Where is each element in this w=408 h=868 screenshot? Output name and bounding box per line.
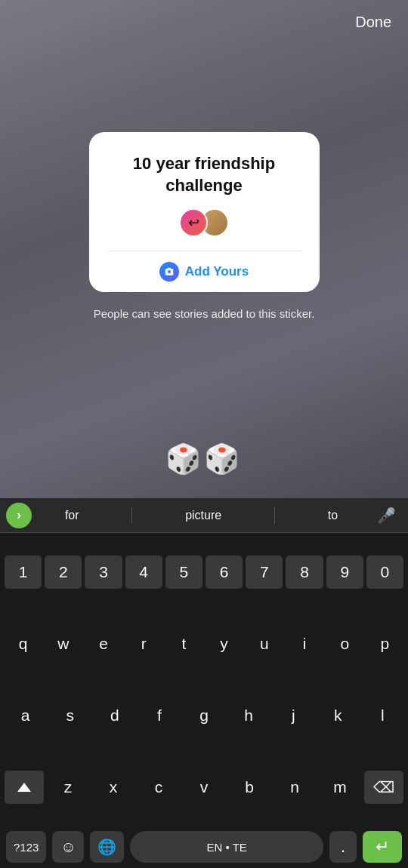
keyboard-bottom-row: ?123 ☺ 🌐 EN • TE . ↵ (0, 826, 408, 868)
key-h[interactable]: h (228, 699, 270, 732)
key-t[interactable]: t (165, 627, 202, 660)
asdf-row: a s d f g h j k l (0, 679, 408, 751)
done-button[interactable]: Done (355, 14, 391, 31)
suggestion-picture[interactable]: picture (178, 506, 229, 525)
numeric-key[interactable]: ?123 (6, 831, 46, 863)
add-yours-button[interactable]: Add Yours (159, 251, 249, 292)
divider-2 (274, 507, 275, 524)
key-4[interactable]: 4 (125, 556, 162, 589)
suggestion-for[interactable]: for (57, 506, 87, 525)
expand-suggestions-button[interactable]: › (6, 503, 32, 528)
enter-key[interactable]: ↵ (363, 831, 402, 863)
key-i[interactable]: i (286, 627, 323, 660)
key-8[interactable]: 8 (286, 556, 323, 589)
key-q[interactable]: q (5, 627, 42, 660)
camera-icon (159, 262, 179, 282)
language-key[interactable]: EN • TE (130, 831, 323, 863)
key-rows: 1 2 3 4 5 6 7 8 9 0 q w e r t y u i o p … (0, 533, 408, 826)
key-d[interactable]: d (94, 699, 135, 732)
key-p[interactable]: p (366, 627, 403, 660)
key-w[interactable]: w (45, 627, 82, 660)
key-o[interactable]: o (326, 627, 363, 660)
emoji-key[interactable]: ☺ (52, 831, 84, 863)
key-m[interactable]: m (319, 771, 361, 804)
key-v[interactable]: v (183, 771, 225, 804)
period-key[interactable]: . (329, 831, 357, 863)
subtitle-text: People can see stories added to this sti… (63, 306, 345, 323)
key-f[interactable]: f (138, 699, 180, 732)
top-area: Done 10 year friendship challenge ↩ Add … (0, 0, 408, 498)
key-1[interactable]: 1 (5, 556, 42, 589)
suggestions-row: › for picture to 🎤 (0, 498, 408, 533)
avatar-row: ↩ (179, 208, 229, 237)
globe-key[interactable]: 🌐 (90, 831, 124, 863)
key-6[interactable]: 6 (206, 556, 243, 589)
key-e[interactable]: e (85, 627, 122, 660)
key-a[interactable]: a (5, 699, 46, 732)
suggestion-words: for picture to (32, 506, 371, 525)
key-b[interactable]: b (228, 771, 270, 804)
key-x[interactable]: x (92, 771, 134, 804)
avatar-1: ↩ (179, 208, 208, 237)
key-9[interactable]: 9 (326, 556, 363, 589)
key-n[interactable]: n (274, 771, 316, 804)
key-l[interactable]: l (362, 699, 403, 732)
key-y[interactable]: y (206, 627, 243, 660)
shift-key[interactable] (5, 771, 44, 804)
number-row: 1 2 3 4 5 6 7 8 9 0 (0, 536, 408, 608)
key-2[interactable]: 2 (45, 556, 82, 589)
divider-1 (131, 507, 132, 524)
key-u[interactable]: u (246, 627, 283, 660)
keyboard: › for picture to 🎤 1 2 3 4 5 6 7 8 9 0 q… (0, 498, 408, 868)
sticker-card: 10 year friendship challenge ↩ Add Yours (89, 132, 320, 292)
zxcv-row: z x c v b n m ⌫ (0, 751, 408, 823)
key-c[interactable]: c (138, 771, 180, 804)
mic-icon[interactable]: 🎤 (371, 503, 402, 528)
qwerty-row: q w e r t y u i o p (0, 608, 408, 679)
key-0[interactable]: 0 (366, 556, 403, 589)
key-z[interactable]: z (47, 771, 89, 804)
key-s[interactable]: s (49, 699, 91, 732)
backspace-key[interactable]: ⌫ (364, 771, 403, 804)
suggestion-to[interactable]: to (320, 506, 345, 525)
key-g[interactable]: g (183, 699, 224, 732)
shift-icon (17, 783, 31, 792)
add-yours-label: Add Yours (185, 264, 249, 279)
key-3[interactable]: 3 (85, 556, 122, 589)
key-r[interactable]: r (125, 627, 162, 660)
card-title: 10 year friendship challenge (107, 153, 301, 196)
dice-decoration: 🎲🎲 (165, 442, 243, 476)
key-5[interactable]: 5 (165, 556, 202, 589)
key-j[interactable]: j (273, 699, 314, 732)
key-7[interactable]: 7 (246, 556, 283, 589)
key-k[interactable]: k (317, 699, 359, 732)
